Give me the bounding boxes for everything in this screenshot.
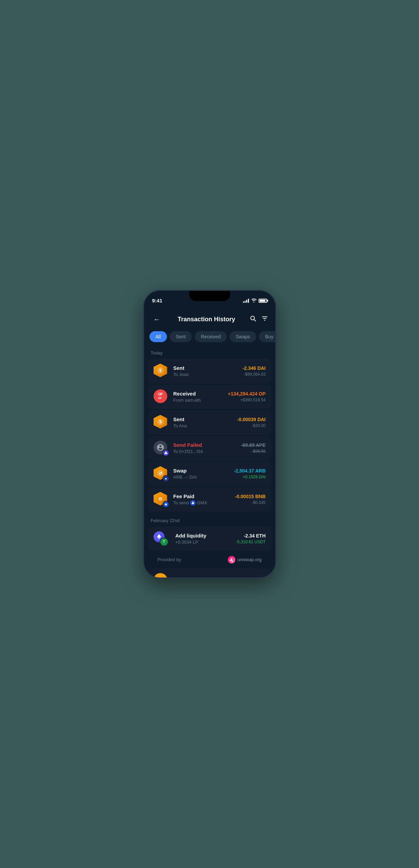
tx-subtitle: To Joao (173, 372, 238, 377)
svg-text:$: $ (159, 368, 161, 373)
battery-icon (259, 299, 267, 303)
tx-title: Received (173, 577, 248, 578)
tx-title: Fee Paid (173, 493, 231, 499)
back-button[interactable]: ← (151, 313, 163, 326)
tx-amount-secondary: -$0.045 (235, 500, 266, 505)
tx-amounts: -2,504.37 ARB +0.1028 DAI (234, 468, 266, 479)
filter-tabs: All Sent Received Swaps Buy Se... (144, 330, 275, 348)
uniswap-icon: 🦄 (228, 556, 235, 563)
tx-swap-arb-dai[interactable]: ⇄ Swap ARB → DAI -2,504.37 ARB +0.102 (148, 462, 271, 486)
tx-amounts: -2.346 DAI -$99,364.83 (243, 365, 266, 377)
tab-received[interactable]: Received (195, 331, 227, 342)
tx-amount-secondary: -5,310.61 USDT (236, 540, 266, 544)
svg-text:⇄: ⇄ (159, 471, 162, 475)
transaction-list-today: $ Sent To Joao -2.346 DAI -$99,364.83 (144, 359, 275, 512)
tx-amounts: -0.00039 DAI -$20.00 (237, 417, 265, 428)
tx-amounts: -69.69 APE -$96.55 (241, 442, 266, 454)
tx-icon-dai: $ (154, 364, 169, 379)
section-feb22: February 22nd (144, 515, 275, 527)
tx-sent-dai-ana[interactable]: $ Sent To Ana -0.00039 DAI -$20.00 (148, 410, 271, 435)
tx-send-failed-ape[interactable]: Send Failed To 0×2f21...f34 -69.69 APE -… (148, 436, 271, 461)
tx-sent-dai-joao[interactable]: $ Sent To Joao -2.346 DAI -$99,364.83 (148, 359, 271, 384)
tx-fee-paid-bnb[interactable]: ⬡ Fee Paid To send (148, 487, 271, 512)
gmx-mini-icon (190, 500, 196, 506)
provided-by-label: Provided by (158, 557, 181, 562)
svg-marker-14 (192, 501, 194, 504)
tx-icon-swap: ⇄ (154, 466, 169, 481)
svg-text:⬡: ⬡ (159, 497, 162, 501)
svg-line-1 (254, 320, 256, 321)
status-icons (243, 298, 267, 303)
tx-subtitle: To send GMX (173, 500, 231, 506)
tx-amount-primary: -0.00039 DAI (237, 417, 265, 422)
notch (189, 291, 230, 301)
back-arrow-icon: ← (154, 315, 160, 323)
provider-link[interactable]: 🦄 uniswap.org (228, 556, 261, 563)
tx-info-sent-dai-ana: Sent To Ana (173, 416, 233, 428)
tx-received-nft[interactable]: 🎮 Received #2311 (148, 568, 271, 578)
tx-title: Received (173, 391, 223, 397)
header: ← Transaction History (144, 308, 275, 330)
tab-swaps[interactable]: Swaps (230, 331, 256, 342)
tx-amount-nft: #2311 (252, 577, 266, 578)
tx-icon-dai-2: $ (154, 415, 169, 430)
wifi-icon (251, 298, 257, 303)
tx-amount-primary: -0.00015 BNB (235, 494, 266, 499)
svg-marker-15 (157, 534, 161, 538)
tx-subtitle: From sam.eth (173, 398, 223, 403)
tab-sent[interactable]: Sent (170, 331, 192, 342)
tx-amounts-nft: #2311 (252, 577, 266, 578)
search-icon[interactable] (250, 315, 257, 324)
svg-text:$: $ (159, 419, 161, 424)
tab-all[interactable]: All (149, 331, 167, 342)
section-today: Today (144, 348, 275, 359)
tx-icon-bnb: ⬡ (154, 492, 169, 507)
tx-subtitle: ARB → DAI (173, 475, 229, 480)
tx-info-fee-paid: Fee Paid To send GMX (173, 493, 231, 506)
tx-info-sent-dai: Sent To Joao (173, 365, 238, 377)
page-title: Transaction History (178, 316, 235, 323)
tx-amount-secondary: +$390,519.54 (228, 398, 265, 402)
tx-title: Sent (173, 365, 238, 371)
tx-icon-nft: 🎮 (154, 573, 169, 578)
tx-amounts: -0.00015 BNB -$0.045 (235, 494, 266, 505)
tx-subtitle: To Ana (173, 423, 233, 428)
tx-received-op[interactable]: OPOP Received From sam.eth +134,294.424 … (148, 385, 271, 409)
tx-amount-primary: -2.346 DAI (243, 365, 266, 371)
status-bar: 9:41 (144, 291, 275, 308)
provider-name: uniswap.org (237, 557, 261, 562)
tx-amount-primary: +134,294.424 OP (228, 391, 265, 397)
signal-bars-icon (243, 299, 249, 303)
tx-amount-secondary: -$96.55 (241, 449, 266, 454)
tx-amount-primary: -2.34 ETH (236, 533, 266, 539)
tab-buy[interactable]: Buy (259, 331, 275, 342)
status-time: 9:41 (152, 298, 162, 303)
tx-subtitle: +0.0034 LP (175, 540, 231, 545)
tx-subtitle: To 0×2f21...f34 (173, 449, 236, 454)
tx-title-failed: Send Failed (173, 442, 236, 448)
tx-info-swap: Swap ARB → DAI (173, 468, 229, 480)
tx-icon-ape (154, 441, 169, 456)
tx-amounts: -2.34 ETH -5,310.61 USDT (236, 533, 266, 544)
tx-add-liquidity[interactable]: T Add liquidity +0.0034 LP -2.34 ETH -5,… (148, 527, 271, 551)
filter-icon[interactable] (261, 315, 268, 324)
tx-amounts: +134,294.424 OP +$390,519.54 (228, 391, 265, 402)
tx-title: Add liquidity (175, 533, 231, 539)
tx-info-received-op: Received From sam.eth (173, 391, 223, 403)
svg-marker-9 (164, 451, 168, 454)
tx-title: Sent (173, 416, 233, 422)
provided-by-row: Provided by 🦄 uniswap.org (148, 553, 271, 567)
tx-amount-secondary: -$20.00 (237, 423, 265, 428)
tx-amount-primary: -2,504.37 ARB (234, 468, 266, 474)
tx-amount-secondary: +0.1028 DAI (234, 475, 266, 479)
tx-info-send-failed: Send Failed To 0×2f21...f34 (173, 442, 236, 454)
tx-amount-secondary: -$99,364.83 (243, 372, 266, 377)
tx-info-add-liq: Add liquidity +0.0034 LP (175, 533, 231, 545)
tx-amount-primary: -69.69 APE (241, 442, 266, 448)
transaction-list-feb22: T Add liquidity +0.0034 LP -2.34 ETH -5,… (144, 527, 275, 551)
svg-point-0 (251, 316, 254, 320)
tx-info-nft: Received (173, 577, 248, 578)
tx-icon-lp: T (154, 531, 171, 546)
tx-icon-op: OPOP (154, 389, 169, 404)
header-actions (250, 315, 268, 324)
